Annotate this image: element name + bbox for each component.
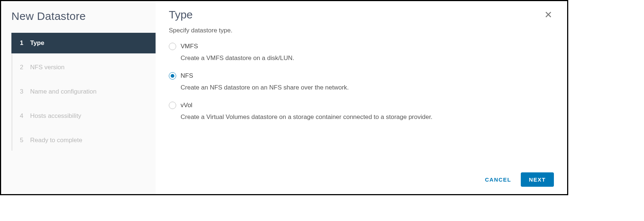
option-label[interactable]: VMFS [181,42,554,50]
wizard-step-ready[interactable]: 5 Ready to complete [11,130,156,151]
close-icon[interactable]: ✕ [543,8,554,21]
option-body: vVol Create a Virtual Volumes datastore … [181,101,554,121]
wizard-main: Type ✕ Specify datastore type. VMFS Crea… [156,1,567,194]
option-vmfs: VMFS Create a VMFS datastore on a disk/L… [169,42,554,62]
step-label: Type [30,39,44,47]
option-label[interactable]: NFS [181,72,554,80]
step-label: Name and configuration [30,88,97,95]
option-label[interactable]: vVol [181,101,554,109]
step-label: NFS version [30,64,65,71]
page-subtitle: Specify datastore type. [169,27,554,34]
wizard-step-hosts[interactable]: 4 Hosts accessibility [11,106,156,126]
step-label: Hosts accessibility [30,112,81,120]
radio-vmfs[interactable] [169,43,176,50]
main-header: Type ✕ [169,8,554,21]
option-vvol: vVol Create a Virtual Volumes datastore … [169,101,554,121]
radio-vvol[interactable] [169,102,176,109]
wizard-step-type[interactable]: 1 Type [11,33,156,53]
wizard-sidebar: New Datastore 1 Type 2 NFS version 3 Nam… [1,1,156,194]
option-description: Create an NFS datastore on an NFS share … [181,84,554,92]
step-number: 4 [20,112,29,120]
wizard-title: New Datastore [1,10,156,33]
option-body: VMFS Create a VMFS datastore on a disk/L… [181,42,554,62]
step-number: 1 [20,39,29,47]
option-description: Create a VMFS datastore on a disk/LUN. [181,54,554,62]
new-datastore-dialog: New Datastore 1 Type 2 NFS version 3 Nam… [0,0,568,195]
radio-nfs[interactable] [169,72,176,80]
wizard-steps: 1 Type 2 NFS version 3 Name and configur… [11,33,156,151]
option-description: Create a Virtual Volumes datastore on a … [181,113,554,121]
option-nfs: NFS Create an NFS datastore on an NFS sh… [169,72,554,92]
option-body: NFS Create an NFS datastore on an NFS sh… [181,72,554,92]
datastore-type-options: VMFS Create a VMFS datastore on a disk/L… [169,42,554,121]
step-number: 2 [20,64,29,71]
next-button[interactable]: NEXT [521,172,554,187]
cancel-button[interactable]: CANCEL [483,173,513,186]
page-title: Type [169,8,193,21]
wizard-step-name-config[interactable]: 3 Name and configuration [11,81,156,102]
wizard-step-nfs-version[interactable]: 2 NFS version [11,57,156,78]
wizard-footer: CANCEL NEXT [169,166,554,187]
step-label: Ready to complete [30,137,82,144]
step-number: 5 [20,137,29,144]
step-number: 3 [20,88,29,95]
